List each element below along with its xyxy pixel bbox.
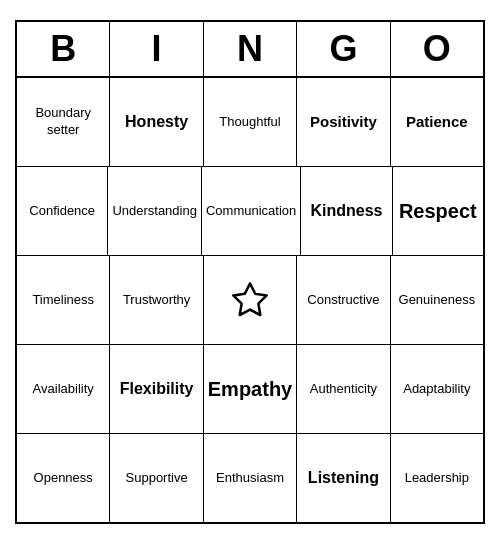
bingo-cell: Listening <box>297 434 390 522</box>
bingo-cell: Communication <box>202 167 301 255</box>
header-letter: I <box>110 22 203 76</box>
bingo-cell: Timeliness <box>17 256 110 344</box>
bingo-card: BINGO Boundary setterHonestyThoughtfulPo… <box>15 20 485 524</box>
bingo-cell: Trustworthy <box>110 256 203 344</box>
bingo-cell: Empathy <box>204 345 297 433</box>
bingo-cell: Availability <box>17 345 110 433</box>
bingo-cell: Leadership <box>391 434 483 522</box>
bingo-cell: Honesty <box>110 78 203 166</box>
bingo-row: OpennessSupportiveEnthusiasmListeningLea… <box>17 434 483 522</box>
bingo-cell: Genuineness <box>391 256 483 344</box>
bingo-cell: Constructive <box>297 256 390 344</box>
bingo-cell: Patience <box>391 78 483 166</box>
bingo-cell <box>204 256 297 344</box>
bingo-cell: Positivity <box>297 78 390 166</box>
bingo-row: AvailabilityFlexibilityEmpathyAuthentici… <box>17 345 483 434</box>
bingo-cell: Understanding <box>108 167 202 255</box>
bingo-cell: Adaptability <box>391 345 483 433</box>
bingo-row: TimelinessTrustworthy ConstructiveGenuin… <box>17 256 483 345</box>
bingo-cell: Confidence <box>17 167 108 255</box>
bingo-grid: Boundary setterHonestyThoughtfulPositivi… <box>17 78 483 522</box>
header-letter: O <box>391 22 483 76</box>
bingo-header: BINGO <box>17 22 483 78</box>
bingo-cell: Authenticity <box>297 345 390 433</box>
bingo-row: Boundary setterHonestyThoughtfulPositivi… <box>17 78 483 167</box>
bingo-cell: Respect <box>393 167 483 255</box>
bingo-cell: Supportive <box>110 434 203 522</box>
bingo-row: ConfidenceUnderstandingCommunicationKind… <box>17 167 483 256</box>
bingo-cell: Kindness <box>301 167 392 255</box>
svg-marker-0 <box>233 283 266 315</box>
header-letter: N <box>204 22 297 76</box>
bingo-cell: Thoughtful <box>204 78 297 166</box>
bingo-cell: Openness <box>17 434 110 522</box>
bingo-cell: Boundary setter <box>17 78 110 166</box>
bingo-cell: Flexibility <box>110 345 203 433</box>
header-letter: B <box>17 22 110 76</box>
bingo-cell: Enthusiasm <box>204 434 297 522</box>
header-letter: G <box>297 22 390 76</box>
